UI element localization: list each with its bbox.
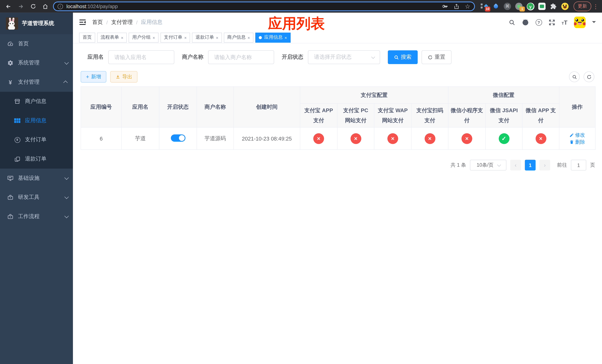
plus-icon: + <box>86 74 89 80</box>
password-key-icon[interactable] <box>441 3 448 10</box>
sidebar-item-system[interactable]: 系统管理 <box>0 53 73 73</box>
refresh-button[interactable] <box>583 72 594 82</box>
sidebar-item-infrastructure[interactable]: 基础设施 <box>0 169 73 188</box>
browser-toolbar: i localhost:1024/pay/app ☆ 10 ⌘ <box>0 0 602 13</box>
toolbox-icon <box>7 194 13 200</box>
browser-update-button[interactable]: 更新 <box>574 1 591 11</box>
browser-menu-icon[interactable]: ⋮ <box>593 3 598 10</box>
address-bar[interactable]: i localhost:1024/pay/app ☆ <box>53 1 475 11</box>
sidebar-item-workflow[interactable]: 工作流程 <box>0 207 73 226</box>
tags-view: 首页 流程表单× 用户分组× 支付订单× 退款订单× 商户信息× 应用信息× <box>73 32 602 43</box>
close-icon[interactable]: × <box>184 35 187 40</box>
delete-link[interactable]: 删除 <box>570 139 585 145</box>
extension-icon[interactable]: ⌘ <box>503 2 511 10</box>
share-icon[interactable] <box>453 3 460 10</box>
current-page-button[interactable]: 1 <box>525 160 536 171</box>
next-page-button[interactable]: › <box>539 160 550 171</box>
app-name-input[interactable] <box>108 50 174 64</box>
fullscreen-icon[interactable] <box>548 19 555 26</box>
tab-user-group[interactable]: 用户分组× <box>129 32 159 43</box>
navbar: 首页 / 支付管理 / 应用信息 应用列表 ? <box>73 13 602 32</box>
tab-app-info[interactable]: 应用信息× <box>256 32 291 43</box>
app-logo[interactable]: 芋道管理系统 <box>0 13 73 34</box>
page-size-select[interactable]: 10条/页 <box>470 160 506 171</box>
close-icon[interactable]: × <box>216 35 218 40</box>
extension-icon[interactable]: y <box>526 2 534 10</box>
grid-icon <box>14 118 20 124</box>
show-search-button[interactable] <box>569 72 580 82</box>
shop-icon <box>14 98 20 104</box>
close-icon[interactable]: × <box>152 35 155 40</box>
column-header: 支付宝 WAP 网站支付 <box>374 104 411 127</box>
pagination-total: 共 1 条 <box>451 162 466 169</box>
status-select[interactable]: 请选择开启状态 <box>308 50 380 64</box>
sidebar-toggle-icon[interactable] <box>79 19 86 25</box>
breadcrumb-payment[interactable]: 支付管理 <box>111 19 133 26</box>
tab-pay-orders[interactable]: 支付订单× <box>161 32 190 43</box>
profile-avatar-icon[interactable] <box>561 2 569 10</box>
app-name-label: 应用名 <box>87 54 104 61</box>
sidebar-item-payment[interactable]: ¥ 支付管理 <box>0 73 73 92</box>
status-disabled-icon: × <box>350 133 361 144</box>
add-button[interactable]: + 新增 <box>81 71 107 83</box>
user-avatar[interactable] <box>574 16 586 28</box>
cell-app-name: 芋道 <box>121 127 159 150</box>
group-header-wechat: 微信配置 <box>448 87 559 104</box>
sidebar-item-merchant-info[interactable]: 商户信息 <box>0 92 73 111</box>
app-title: 芋道管理系统 <box>22 20 54 27</box>
yen-circle-icon: ¥ <box>14 137 20 143</box>
extensions-puzzle-icon[interactable] <box>549 2 558 10</box>
column-header: 微信 APP 支付 <box>522 104 559 127</box>
site-info-icon[interactable]: i <box>58 4 63 9</box>
extension-icon[interactable]: 10 <box>480 2 489 10</box>
sidebar-item-label: 基础设施 <box>18 175 39 182</box>
close-icon[interactable]: × <box>285 35 287 40</box>
browser-home-button[interactable] <box>41 2 50 11</box>
browser-back-button[interactable] <box>4 2 13 11</box>
reset-button[interactable]: 重置 <box>421 50 452 64</box>
export-button[interactable]: 导出 <box>110 71 138 83</box>
help-icon[interactable]: ? <box>536 19 542 26</box>
extension-icon[interactable] <box>492 2 500 10</box>
sidebar-item-app-info[interactable]: 应用信息 <box>0 111 73 130</box>
status-disabled-icon: × <box>313 133 324 144</box>
bookmark-star-icon[interactable]: ☆ <box>465 3 470 10</box>
sidebar-item-refund-orders[interactable]: 退款订单 <box>0 150 73 169</box>
page-unit-label: 页 <box>590 162 595 169</box>
edit-pen-icon <box>570 133 574 137</box>
status-toggle[interactable] <box>171 134 185 141</box>
cell-create-time: 2021-10-23 08:49:25 <box>234 127 300 150</box>
close-icon[interactable]: × <box>121 35 123 40</box>
sidebar-item-pay-orders[interactable]: ¥ 支付订单 <box>0 130 73 150</box>
column-header-actions: 操作 <box>559 87 595 127</box>
prev-page-button[interactable]: ‹ <box>510 160 521 171</box>
tab-home[interactable]: 首页 <box>79 32 95 43</box>
goto-label: 前往 <box>557 162 567 169</box>
search-icon[interactable] <box>508 19 515 26</box>
tab-refund-orders[interactable]: 退款订单× <box>192 32 222 43</box>
sidebar-item-home[interactable]: 首页 <box>0 34 73 54</box>
extension-icon[interactable] <box>538 2 546 10</box>
browser-forward-button[interactable] <box>16 2 25 11</box>
tab-merchant-info[interactable]: 商户信息× <box>224 32 254 43</box>
sidebar-item-label: 支付订单 <box>25 136 46 143</box>
sidebar-item-dev-tools[interactable]: 研发工具 <box>0 188 73 207</box>
goto-page-input[interactable] <box>571 160 586 171</box>
user-menu-caret-icon[interactable] <box>592 21 596 25</box>
breadcrumb-home[interactable]: 首页 <box>92 19 103 26</box>
tab-process-form[interactable]: 流程表单× <box>97 32 127 43</box>
search-button[interactable]: 搜索 <box>388 50 418 64</box>
cell-merchant-name: 芋道源码 <box>197 127 234 150</box>
chevron-down-icon <box>497 163 501 167</box>
page-content: 应用名 商户名称 开启状态 请选择开启状态 <box>73 43 602 364</box>
yen-icon: ¥ <box>7 79 13 85</box>
merchant-name-input[interactable] <box>208 50 274 64</box>
edit-link[interactable]: 修改 <box>570 131 585 138</box>
close-icon[interactable]: × <box>247 35 250 40</box>
github-icon[interactable] <box>522 19 529 26</box>
pay-status-cell: × <box>522 127 559 150</box>
chevron-down-icon <box>64 175 69 180</box>
extension-icon[interactable]: 1 <box>515 2 523 10</box>
browser-reload-button[interactable] <box>28 2 38 11</box>
font-size-icon[interactable]: TT <box>562 19 568 26</box>
